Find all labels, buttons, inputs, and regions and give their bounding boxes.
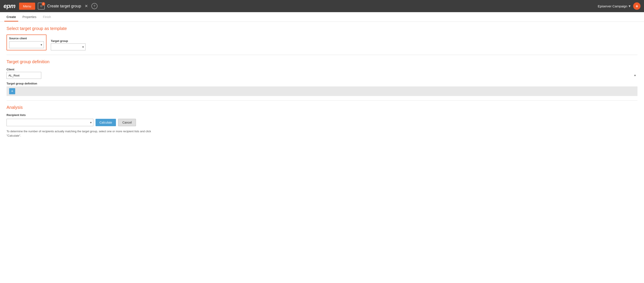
source-client-select[interactable] (9, 41, 44, 48)
client-selector: Episerver Campaign ▾ (598, 4, 630, 8)
recipient-lists-select[interactable] (6, 119, 93, 126)
badge-button[interactable]: ⊡ 2 (38, 2, 45, 10)
target-group-select-wrapper (51, 44, 86, 50)
badge-count: 2 (42, 2, 45, 6)
definition-section: Target group definition Client AL_Root T… (6, 59, 638, 96)
client-name: Episerver Campaign (598, 4, 627, 8)
target-group-select[interactable] (51, 44, 86, 50)
add-rule-button[interactable]: + (9, 88, 15, 94)
recipient-lists-label: Recipient lists (6, 113, 638, 117)
client-dropdown-button[interactable]: ▾ (628, 4, 630, 8)
tab-create[interactable]: Create (4, 12, 18, 22)
recipient-row: Calculate Cancel (6, 119, 638, 126)
client-label: Client (6, 68, 638, 71)
source-client-select-wrapper (9, 41, 44, 48)
avatar[interactable]: a (633, 2, 640, 10)
help-button[interactable]: ? (92, 3, 98, 9)
client-form-group: Client AL_Root (6, 68, 638, 79)
info-text: To determine the number of recipients ac… (6, 129, 158, 138)
template-section: Select target group as template Source c… (6, 26, 638, 50)
analysis-section-title: Analysis (6, 105, 638, 110)
recipient-select-wrapper (6, 119, 93, 126)
source-client-label: Source client (9, 37, 44, 40)
definition-section-title: Target group definition (6, 59, 638, 64)
tab-finish: Finish (40, 12, 53, 22)
page-title: Create target group (47, 4, 81, 8)
tgd-row: Target group definition + (6, 82, 638, 96)
divider-1 (6, 55, 638, 55)
tgd-label: Target group definition (6, 82, 638, 85)
template-form-row: Source client Target group (6, 34, 638, 50)
client-row: Client AL_Root (6, 68, 638, 79)
title-bar: Create target group ✕ ? (47, 3, 595, 9)
logo: epm (4, 2, 16, 10)
tgd-bar: + (6, 86, 638, 96)
tab-properties[interactable]: Properties (20, 12, 39, 22)
client-select-wrapper: AL_Root (6, 72, 638, 79)
recipient-form-group: Recipient lists (6, 113, 638, 117)
client-select[interactable]: AL_Root (6, 72, 41, 79)
menu-button[interactable]: Menu (19, 2, 35, 10)
header: epm Menu ⊡ 2 Create target group ✕ ? Epi… (0, 0, 644, 12)
target-group-label: Target group (51, 39, 86, 42)
cancel-button[interactable]: Cancel (118, 119, 136, 126)
analysis-section: Analysis Recipient lists Calculate Cance… (6, 105, 638, 138)
calculate-button[interactable]: Calculate (96, 119, 116, 126)
tab-bar: Create Properties Finish (0, 12, 644, 22)
template-section-title: Select target group as template (6, 26, 638, 31)
divider-2 (6, 100, 638, 100)
target-group-form-group: Target group (51, 39, 86, 50)
close-button[interactable]: ✕ (84, 3, 89, 9)
source-client-group: Source client (6, 34, 46, 50)
main-content: Select target group as template Source c… (0, 22, 644, 142)
